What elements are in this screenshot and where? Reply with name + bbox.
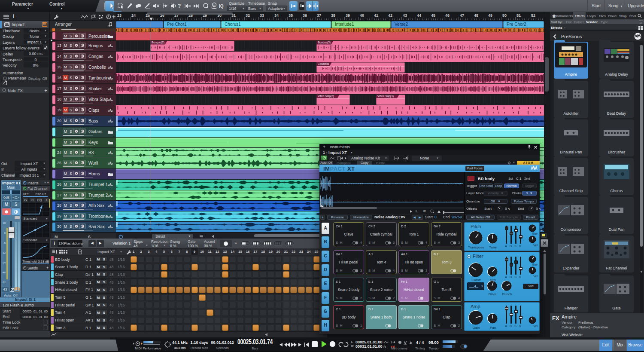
- svg-text:io: io: [213, 4, 216, 6]
